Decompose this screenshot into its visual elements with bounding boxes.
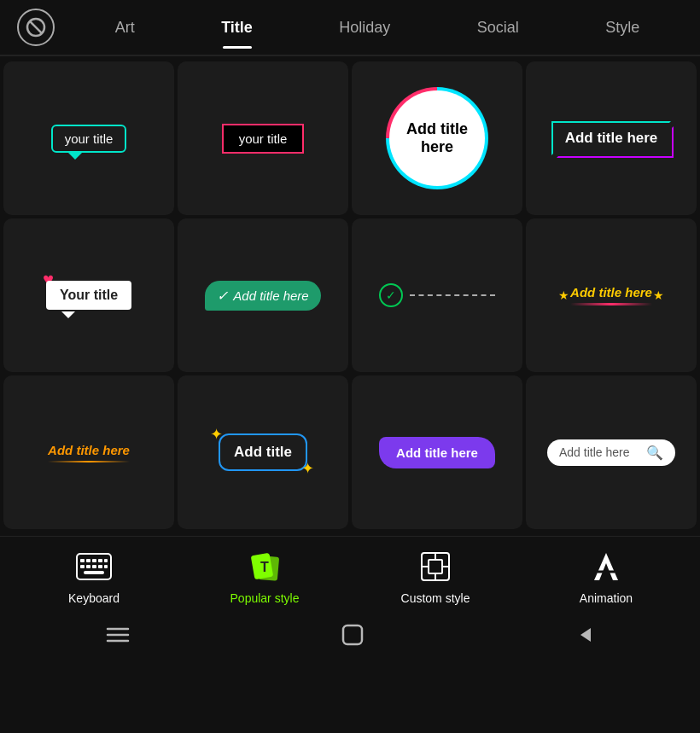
title-preview-11: Add title here — [379, 437, 495, 468]
title-text-8: Add title here — [570, 285, 652, 300]
star-br-icon: ✦ — [301, 459, 314, 478]
system-nav — [0, 612, 700, 654]
svg-rect-10 — [92, 565, 96, 568]
keyboard-label: Keyboard — [68, 591, 120, 605]
title-cell-6[interactable]: ✓ Add title here — [178, 218, 348, 372]
title-preview-6: ✓ Add title here — [205, 281, 320, 311]
title-preview-2: your title — [222, 124, 305, 154]
nav-divider — [0, 55, 700, 56]
title-cell-11[interactable]: Add title here — [352, 375, 522, 529]
title-preview-4: Add title here — [551, 121, 672, 155]
title-cell-5[interactable]: ♥ Your title — [3, 218, 174, 372]
title-text-11: Add title here — [396, 445, 478, 460]
svg-rect-13 — [84, 571, 104, 574]
block-icon[interactable] — [17, 9, 55, 46]
title-preview-5: ♥ Your title — [46, 281, 131, 310]
svg-line-1 — [30, 21, 42, 33]
banner-line — [570, 303, 652, 305]
toolbar-animation[interactable]: Animation — [521, 547, 691, 605]
title-preview-3: Add title here — [386, 87, 488, 189]
tab-title[interactable]: Title — [213, 12, 261, 44]
toolbar-keyboard[interactable]: Keyboard — [9, 547, 179, 605]
svg-rect-12 — [104, 565, 108, 568]
circle-check-icon: ✓ — [379, 283, 403, 307]
title-text-4: Add title here — [565, 130, 658, 146]
tab-social[interactable]: Social — [469, 12, 528, 44]
tab-art[interactable]: Art — [107, 12, 143, 44]
title-preview-10: Add title ✦ ✦ — [219, 433, 307, 471]
svg-text:T: T — [260, 560, 269, 574]
tab-style[interactable]: Style — [597, 12, 648, 44]
nav-back-button[interactable] — [575, 625, 594, 644]
title-preview-1: your title — [51, 125, 127, 153]
star-left-icon: ★ — [558, 288, 569, 302]
nav-home-button[interactable] — [341, 624, 364, 646]
star-right-icon: ★ — [653, 288, 664, 302]
check-icon: ✓ — [217, 288, 228, 304]
title-preview-9: Add title here — [48, 443, 130, 462]
nav-tabs: Art Title Holiday Social Style — [72, 12, 683, 44]
svg-rect-4 — [86, 559, 90, 562]
svg-rect-3 — [80, 559, 85, 562]
top-nav: Art Title Holiday Social Style — [0, 0, 700, 55]
svg-rect-7 — [104, 559, 108, 562]
svg-rect-11 — [98, 565, 102, 568]
title-cell-12[interactable]: Add title here 🔍 — [526, 375, 697, 529]
svg-rect-28 — [343, 625, 362, 644]
tab-holiday[interactable]: Holiday — [330, 12, 399, 44]
svg-rect-5 — [92, 559, 96, 562]
title-text-5: Your title — [60, 288, 118, 302]
popular-style-icon: T — [245, 547, 284, 586]
popular-style-label: Popular style — [230, 591, 300, 605]
toolbar-custom-style[interactable]: Custom style — [350, 547, 521, 605]
title-text-12: Add title here — [559, 445, 630, 459]
animation-icon — [586, 547, 626, 586]
no-entry-icon — [26, 17, 46, 38]
custom-style-icon — [416, 547, 455, 586]
search-icon: 🔍 — [646, 445, 663, 461]
title-text-1: your title — [65, 131, 114, 146]
svg-rect-18 — [429, 560, 442, 573]
title-text-6: Add title here — [233, 288, 308, 303]
svg-rect-9 — [86, 565, 90, 568]
title-cell-3[interactable]: Add title here — [352, 61, 522, 215]
title-cell-7[interactable]: ✓ — [352, 218, 522, 372]
animation-label: Animation — [580, 591, 633, 605]
underline-9 — [48, 461, 130, 462]
star-tl-icon: ✦ — [210, 425, 223, 444]
nav-menu-button[interactable] — [106, 626, 130, 643]
bottom-toolbar: Keyboard T Popular style Custom sty — [0, 536, 700, 612]
svg-marker-29 — [580, 628, 591, 642]
title-preview-7: ✓ — [379, 283, 495, 307]
keyboard-icon — [74, 547, 114, 586]
dashed-line — [410, 294, 495, 296]
title-cell-10[interactable]: Add title ✦ ✦ — [178, 375, 348, 529]
title-text-10: Add title — [234, 444, 292, 460]
title-cell-1[interactable]: your title — [3, 61, 174, 215]
title-cell-2[interactable]: your title — [178, 61, 348, 215]
title-preview-12: Add title here 🔍 — [547, 439, 675, 466]
svg-rect-6 — [98, 559, 102, 562]
title-cell-4[interactable]: Add title here — [526, 61, 697, 215]
title-text-3: Add title here — [398, 120, 476, 156]
custom-style-label: Custom style — [401, 591, 470, 605]
svg-marker-23 — [594, 553, 618, 580]
title-cell-9[interactable]: Add title here — [3, 375, 174, 529]
title-preview-8: ★ Add title here ★ — [570, 285, 652, 305]
svg-rect-8 — [80, 565, 85, 568]
title-text-9: Add title here — [48, 443, 130, 457]
title-cell-8[interactable]: ★ Add title here ★ — [526, 218, 697, 372]
title-text-2: your title — [239, 131, 288, 146]
title-grid: your title your title Add title here Add… — [0, 58, 700, 532]
toolbar-popular-style[interactable]: T Popular style — [179, 547, 350, 605]
